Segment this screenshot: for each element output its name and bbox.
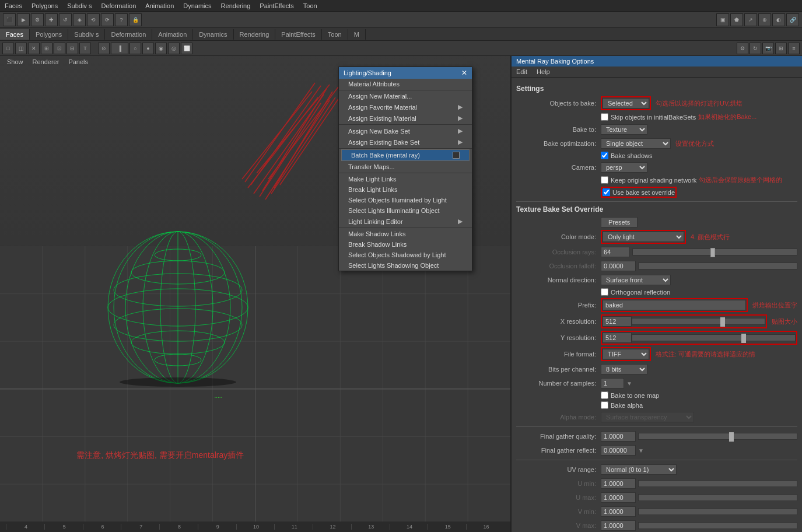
tab-deformation[interactable]: Deformation [105,29,152,40]
t2-btn-14[interactable]: ⬜ [181,43,192,54]
menu-painteffects[interactable]: PaintEffects [255,1,299,10]
viewport-show[interactable]: Show [5,57,26,66]
v-max-input[interactable] [601,520,636,531]
toolbar-btn-1[interactable]: ⬛ [3,13,16,26]
menu-item-assign-fav-mat[interactable]: Assign Favorite Material ▶ [339,102,472,113]
menu-item-assign-existing-bake[interactable]: Assign Existing Bake Set ▶ [339,136,472,148]
tab-rendering[interactable]: Rendering [234,29,276,40]
toolbar-btn-10[interactable]: 🔒 [129,13,142,26]
toolbar-btn-14[interactable]: ⊕ [758,13,771,26]
v-min-input[interactable] [601,506,636,517]
x-resolution-input[interactable] [603,316,632,327]
tab-animation[interactable]: Animation [152,29,193,40]
toolbar-btn-2[interactable]: ▶ [17,13,30,26]
close-icon[interactable]: ✕ [461,69,467,77]
t2-btn-10[interactable]: ○ [129,43,141,54]
fgq-slider[interactable] [638,433,797,440]
bits-per-channel-select[interactable]: 8 bits [601,364,647,374]
occlusion-falloff-input[interactable] [601,261,636,271]
tab-toon[interactable]: Toon [322,29,348,40]
tab-subdivs[interactable]: Subdiv s [68,29,105,40]
menu-polygons[interactable]: Polygons [27,1,62,10]
toolbar-btn-16[interactable]: 🔗 [786,13,799,26]
menu-animation[interactable]: Animation [141,1,178,10]
bake-shadows-checkbox[interactable] [601,152,608,159]
t2-btn-1[interactable]: □ [2,43,14,54]
occlusion-rays-slider[interactable] [632,249,797,256]
bake-to-select[interactable]: Texture [601,124,647,135]
menu-item-batch-bake[interactable]: Batch Bake (mental ray) [341,149,470,161]
toolbar-btn-3[interactable]: ⚙ [31,13,44,26]
bake-optimization-select[interactable]: Single object [601,138,671,149]
toolbar-btn-7[interactable]: ⟲ [87,13,100,26]
menu-item-material-attrs[interactable]: Material Attributes [339,79,472,89]
u-max-slider[interactable] [638,494,797,501]
t2-btn-18[interactable]: ⊞ [775,43,787,54]
t2-btn-15[interactable]: ⚙ [737,43,748,54]
menu-item-assign-new-bake[interactable]: Assign New Bake Set ▶ [339,125,472,136]
tab-active[interactable]: Faces [0,29,30,40]
v-max-slider[interactable] [638,522,797,529]
viewport-panels[interactable]: Panels [66,57,90,66]
menu-faces[interactable]: Faces [0,1,27,10]
toolbar-btn-12[interactable]: ⬟ [730,13,743,26]
tab-m[interactable]: M [348,29,366,40]
menu-rendering[interactable]: Rendering [216,1,255,10]
color-mode-select[interactable]: Only light [603,232,684,242]
u-max-input[interactable] [601,492,636,503]
y-resolution-slider[interactable] [632,334,796,341]
panel-menu-help[interactable]: Help [534,68,552,76]
orthogonal-reflection-checkbox[interactable] [601,288,608,296]
tab-polygons[interactable]: Polygons [30,29,68,40]
t2-btn-9[interactable]: ▐ [111,43,128,54]
viewport-renderer[interactable]: Renderer [30,57,62,66]
num-samples-input[interactable] [601,378,624,388]
t2-btn-6[interactable]: ⊟ [66,43,78,54]
t2-btn-19[interactable]: ≡ [788,43,800,54]
t2-btn-13[interactable]: ◎ [168,43,180,54]
menu-item-assign-new-mat[interactable]: Assign New Material... [339,91,472,102]
menu-deformation[interactable]: Deformation [96,1,141,10]
objects-to-bake-select[interactable]: Selected [603,98,649,108]
toolbar-btn-9[interactable]: ? [115,13,128,26]
use-bake-override-checkbox[interactable] [603,188,610,196]
menu-item-assign-existing-mat[interactable]: Assign Existing Material ▶ [339,113,472,124]
menu-subdivs[interactable]: Subdiv s [62,1,96,10]
t2-btn-11[interactable]: ● [142,43,154,54]
t2-btn-4[interactable]: ⊞ [41,43,52,54]
skip-initial-checkbox[interactable] [601,113,608,121]
t2-btn-16[interactable]: ↻ [750,43,761,54]
menu-toon[interactable]: Toon [299,1,322,10]
menu-item-break-light-links[interactable]: Break Light Links [339,184,472,195]
u-min-input[interactable] [601,478,636,489]
prefix-input[interactable] [603,300,746,310]
toolbar-btn-11[interactable]: ▣ [716,13,729,26]
toolbar-btn-6[interactable]: ◈ [73,13,86,26]
bake-one-map-checkbox[interactable] [601,391,608,399]
toolbar-btn-4[interactable]: ✚ [45,13,58,26]
final-gather-reflect-input[interactable] [601,445,636,456]
menu-item-select-obj-illuminated[interactable]: Select Objects Illuminated by Light [339,195,472,205]
menu-item-make-light-links[interactable]: Make Light Links [339,174,472,184]
menu-item-break-shadow-links[interactable]: Break Shadow Links [339,239,472,250]
u-min-slider[interactable] [638,480,797,487]
t2-btn-17[interactable]: 📷 [762,43,774,54]
tab-dynamics[interactable]: Dynamics [193,29,233,40]
camera-select[interactable]: persp [601,162,647,173]
tab-painteffects[interactable]: PaintEffects [275,29,322,40]
occlusion-falloff-slider[interactable] [638,262,797,270]
viewport[interactable]: Show Renderer Panels [0,56,510,532]
file-format-select[interactable]: TIFF [603,349,649,359]
uv-range-select[interactable]: Normal (0 to 1) [601,464,677,475]
v-min-slider[interactable] [638,508,797,515]
keep-original-checkbox[interactable] [601,176,608,184]
t2-btn-5[interactable]: ⊡ [54,43,65,54]
menu-item-select-obj-shadowed[interactable]: Select Objects Shadowed by Light [339,250,472,260]
t2-btn-12[interactable]: ◉ [155,43,167,54]
menu-item-select-lights-illuminating[interactable]: Select Lights Illuminating Object [339,205,472,216]
menu-item-select-lights-shadowing[interactable]: Select Lights Shadowing Object [339,260,472,271]
final-gather-quality-input[interactable] [601,431,636,442]
t2-btn-8[interactable]: ⊙ [98,43,110,54]
toolbar-btn-15[interactable]: ◐ [772,13,785,26]
menu-item-make-shadow-links[interactable]: Make Shadow Links [339,229,472,239]
